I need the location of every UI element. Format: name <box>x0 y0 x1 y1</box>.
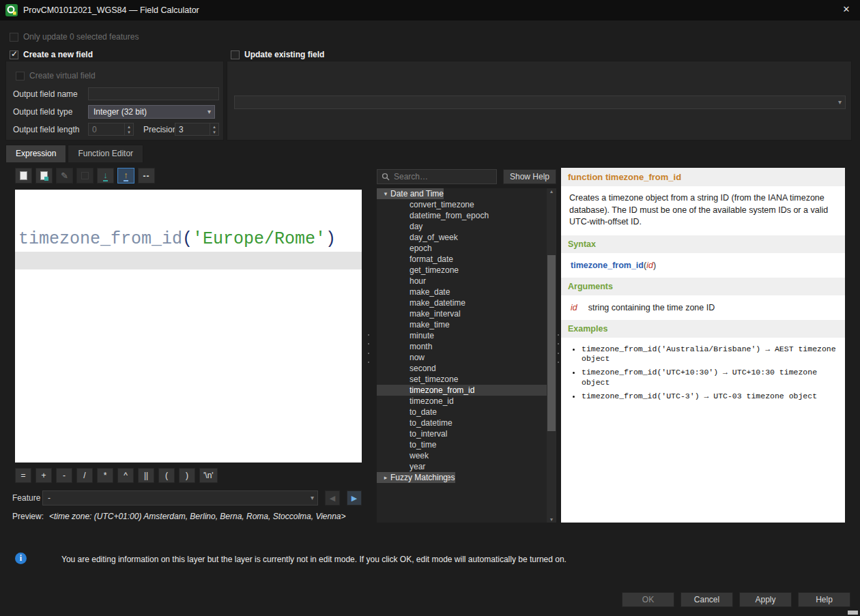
expression-function-name: timezone_from_id <box>18 229 182 249</box>
new-expression-button[interactable] <box>15 168 32 184</box>
output-field-name-input[interactable] <box>88 87 219 100</box>
edit-expression-button[interactable]: ✎ <box>56 168 73 184</box>
precision-spinner[interactable]: 3 ▴▾ <box>175 123 219 136</box>
tree-label: convert_timezone <box>410 199 474 210</box>
tree-group-fuzzy-matching[interactable]: ▸Fuzzy Matching <box>377 472 448 483</box>
tree-item-get-timezone[interactable]: get_timezone <box>377 265 547 276</box>
tree-item-timezone-from-id[interactable]: timezone_from_id <box>377 385 547 396</box>
scrollbar-thumb[interactable] <box>547 255 556 431</box>
tree-item-timezone-id[interactable]: timezone_id <box>377 396 547 407</box>
operator-button-8[interactable]: ) <box>179 468 195 483</box>
apply-button[interactable]: Apply <box>739 592 792 607</box>
example-item: timezone_from_id('Australia/Brisbane') →… <box>582 344 840 365</box>
tree-item-convert-timezone[interactable]: convert_timezone <box>377 199 547 210</box>
tree-label: get_timezone <box>410 265 459 276</box>
tree-item-to-datetime[interactable]: to_datetime <box>377 417 547 428</box>
chevron-down-icon: ▾ <box>207 108 211 115</box>
tree-item-minute[interactable]: minute <box>377 330 547 341</box>
tree-item-hour[interactable]: hour <box>377 276 547 287</box>
tree-label: epoch <box>410 243 432 254</box>
update-existing-field-frame: ▾ <box>227 61 852 141</box>
tree-label: make_datetime <box>410 297 465 308</box>
tree-item-second[interactable]: second <box>377 363 547 374</box>
checkbox-icon <box>231 50 240 59</box>
previous-feature-button[interactable]: ◀ <box>325 490 340 505</box>
splitter-handle[interactable] <box>556 334 560 363</box>
operator-button-4[interactable]: * <box>97 468 113 483</box>
update-existing-field-group: Update existing field ▾ <box>227 49 852 141</box>
export-expression-button[interactable]: ↑ <box>117 168 134 184</box>
preview-row: Preview: <time zone: (UTC+01:00) Amsterd… <box>12 512 346 521</box>
output-field-type-label: Output field type <box>13 107 88 117</box>
operator-button-5[interactable]: ^ <box>117 468 134 483</box>
edit-mode-message: You are editing information on this laye… <box>61 555 567 564</box>
help-button[interactable]: Help <box>798 592 850 607</box>
output-field-length-spinner[interactable]: 0 ▴▾ <box>88 123 134 136</box>
tree-item-datetime-from-epoch[interactable]: datetime_from_epoch <box>377 210 547 221</box>
chevron-right-icon[interactable]: ▸ <box>381 472 390 483</box>
cancel-button[interactable]: Cancel <box>680 592 733 607</box>
tree-item-week[interactable]: week <box>377 450 547 461</box>
next-feature-button[interactable]: ▶ <box>347 490 362 505</box>
tree-item-to-date[interactable]: to_date <box>377 407 547 417</box>
tree-item-to-time[interactable]: to_time <box>377 439 547 450</box>
create-new-field-checkbox[interactable]: Create a new field <box>5 49 224 60</box>
help-description: Creates a timezone object from a string … <box>561 186 845 235</box>
open-paren: ( <box>182 229 192 249</box>
create-new-field-frame: Create virtual field Output field name O… <box>5 61 224 141</box>
feature-select[interactable]: - ▾ <box>42 490 318 505</box>
tree-item-to-interval[interactable]: to_interval <box>377 428 547 439</box>
operator-button-3[interactable]: / <box>76 468 93 483</box>
tree-item-make-interval[interactable]: make_interval <box>377 308 547 319</box>
tree-item-make-time[interactable]: make_time <box>377 319 547 330</box>
spinner-arrows-icon[interactable]: ▴▾ <box>124 123 133 135</box>
export-up-icon: ↑ <box>124 171 128 181</box>
only-update-selected-checkbox[interactable]: Only update 0 selected features <box>10 31 139 42</box>
chevron-down-icon[interactable]: ▾ <box>381 188 390 199</box>
expression-editor[interactable]: timezone_from_id('Europe/Rome') <box>15 190 362 463</box>
delete-expression-button[interactable] <box>76 168 94 184</box>
tree-item-set-timezone[interactable]: set_timezone <box>377 374 547 385</box>
tree-item-make-datetime[interactable]: make_datetime <box>377 297 547 308</box>
tree-group-date-and-time[interactable]: ▾Date and Time <box>377 188 444 199</box>
tree-label: Fuzzy Matching <box>390 472 448 483</box>
field-calculator-dialog: ProvCM01012021_WGS84 — Field Calculator … <box>0 0 860 616</box>
close-icon[interactable]: ✕ <box>840 4 853 16</box>
tab-expression[interactable]: Expression <box>5 145 66 162</box>
tree-item-make-date[interactable]: make_date <box>377 287 547 297</box>
import-expression-button[interactable]: ↓ <box>97 168 114 184</box>
operator-button-2[interactable]: - <box>56 468 72 483</box>
feature-row: Feature - ▾ ◀ ▶ <box>12 490 362 506</box>
splitter-handle[interactable] <box>367 334 371 363</box>
operator-button-0[interactable]: = <box>15 468 31 483</box>
tree-item-day-of-week[interactable]: day_of_week <box>377 232 547 243</box>
existing-field-select[interactable]: ▾ <box>234 96 846 109</box>
create-virtual-field-checkbox[interactable]: Create virtual field <box>16 71 96 80</box>
ok-button[interactable]: OK <box>622 592 674 607</box>
show-help-button[interactable]: Show Help <box>503 169 556 184</box>
save-expression-button[interactable] <box>35 168 53 184</box>
operator-button-6[interactable]: || <box>138 468 154 483</box>
operator-button-7[interactable]: ( <box>158 468 175 483</box>
operator-button-9[interactable]: '\n' <box>199 468 218 483</box>
operator-button-1[interactable]: + <box>35 468 52 483</box>
tree-item-format-date[interactable]: format_date <box>377 254 547 265</box>
help-title: function timezone_from_id <box>561 168 845 186</box>
tree-item-epoch[interactable]: epoch <box>377 243 547 254</box>
tab-function-editor[interactable]: Function Editor <box>68 145 143 162</box>
add-comment-button[interactable]: -- <box>138 168 155 184</box>
tree-item-month[interactable]: month <box>377 341 547 352</box>
update-existing-field-checkbox[interactable]: Update existing field <box>227 49 852 60</box>
search-input[interactable]: Search… <box>377 169 497 184</box>
scroll-down-icon[interactable]: ▾ <box>547 516 556 523</box>
tree-item-year[interactable]: year <box>377 461 547 472</box>
scroll-up-icon[interactable]: ▴ <box>547 188 556 194</box>
tree-item-now[interactable]: now <box>377 352 547 363</box>
resize-grip[interactable] <box>848 611 858 615</box>
signature-close-paren: ) <box>653 261 656 270</box>
spinner-arrows-icon[interactable]: ▴▾ <box>210 123 218 135</box>
output-field-type-select[interactable]: Integer (32 bit) ▾ <box>88 105 215 119</box>
tree-scrollbar[interactable]: ▴ ▾ <box>547 188 556 523</box>
tree-item-day[interactable]: day <box>377 221 547 232</box>
signature-name: timezone_from_id <box>571 261 644 270</box>
